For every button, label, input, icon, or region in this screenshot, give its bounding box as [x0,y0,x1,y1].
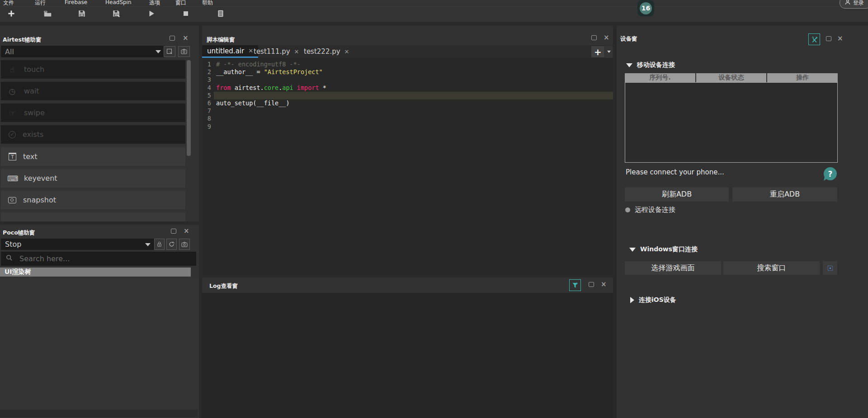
refresh-icon [168,241,175,248]
log-content-area[interactable] [202,293,613,418]
airtest-item-wait: ◷wait [1,82,185,100]
poco-float-icon[interactable] [171,229,176,234]
ui-tree-area[interactable] [0,277,199,409]
code-editor[interactable]: 1# -*- encoding=utf8 -*-2__author__ = "A… [202,58,613,275]
save-as-button[interactable] [110,9,122,20]
tools-icon [811,36,818,43]
code-line-8: 8 [202,115,613,122]
chevron-down-icon [607,51,611,53]
save-button[interactable] [76,9,88,20]
refresh-adb-button[interactable]: 刷新ADB [625,188,729,202]
insert-screenshot-button[interactable] [164,46,175,57]
view-log-button[interactable] [215,9,226,20]
line-number: 9 [202,123,211,131]
airtest-panel: Airtest辅助窗 × All ☝touch◷wait☞swipe✓exist… [0,26,199,221]
ios-connect-section-header[interactable]: 连接iOS设备 [630,296,676,304]
wait-icon: ◷ [7,87,17,96]
poco-close-icon[interactable]: × [184,228,189,234]
code-token: from [216,84,231,91]
tab-test111.py[interactable]: test111.py✕ [249,45,304,58]
poco-search-input[interactable] [19,254,170,263]
windows-connect-section-header[interactable]: Windows窗口连接 [629,245,698,254]
menu-item-2[interactable]: 运行 [35,0,46,6]
help-button[interactable]: ? [824,167,837,180]
airtest-item-label: snapshot [23,196,56,204]
new-script-button[interactable] [5,9,17,20]
poco-search-box [1,252,196,266]
poco-mode-dropdown[interactable]: Stop [1,239,155,250]
poco-mode-value: Stop [5,240,21,249]
poco-lock-button[interactable] [154,239,165,250]
remote-section-label: 远程设备连接 [635,206,675,214]
airtest-filter-dropdown[interactable]: All [1,46,165,57]
code-line-4: 4from airtest.core.api import * [202,84,613,92]
new-tab-dropdown[interactable] [605,46,613,58]
menu-item-5[interactable]: 选项 [149,0,160,6]
airtest-scrollbar-thumb[interactable] [187,60,191,156]
airtest-item-text[interactable]: Ttext [1,147,185,166]
poco-record-button[interactable] [179,239,190,250]
airtest-item-label: wait [24,87,39,95]
menu-item-7[interactable]: 帮助 [202,0,213,6]
select-region-button[interactable] [823,261,837,275]
open-script-icon [43,9,52,20]
ios-section-label: 连接iOS设备 [639,296,676,304]
editor-close-icon[interactable]: × [604,34,609,41]
airtest-float-icon[interactable] [170,36,175,41]
log-float-icon[interactable] [589,282,594,287]
tab-close-icon[interactable]: ✕ [294,48,299,55]
poco-refresh-button[interactable] [166,239,177,250]
device-float-icon[interactable] [826,36,831,41]
lock-icon [156,241,163,248]
airtest-item-partial [1,212,185,221]
airtest-close-icon[interactable]: × [183,35,189,41]
device-tools-button[interactable] [808,33,820,45]
menu-item-3[interactable]: Firebase [65,0,87,5]
code-token: core [264,84,279,91]
new-tab-button[interactable]: + [591,46,605,58]
login-button[interactable]: 登录 [840,0,868,9]
airtest-item-label: swipe [24,108,45,117]
device-close-icon[interactable]: × [837,35,843,42]
select-game-button[interactable]: 选择游戏画面 [625,261,721,275]
menu-item-4[interactable]: HeadSpin [105,0,132,5]
tab-close-icon[interactable]: ✕ [344,48,349,55]
login-label: 登录 [853,0,864,7]
notification-badge[interactable]: 16 [637,0,654,16]
restart-adb-button[interactable]: 重启ADB [732,188,837,202]
remote-device-section-header[interactable]: 远程设备连接 [625,206,675,214]
code-token: __author__ = [216,68,264,75]
menu-item-6[interactable]: 窗口 [175,0,186,6]
funnel-icon [571,282,579,289]
device-table-column-2: 设备状态 [696,73,767,82]
code-line-5: 5 [202,92,613,99]
log-close-icon[interactable]: × [601,281,607,287]
ui-tree-header: UI渲染树 [0,268,191,277]
run-script-button[interactable] [146,9,157,20]
tab-test222.py[interactable]: test222.py✕ [299,45,354,58]
code-token: "AirtestProject" [264,68,323,75]
editor-float-icon[interactable] [591,35,597,40]
code-line-9: 9 [202,123,613,131]
airtest-item-keyevent[interactable]: ⌨keyevent [1,169,185,188]
line-number: 1 [202,61,211,68]
poco-panel-title: Poco辅助窗 [3,229,35,237]
log-panel-title: Log查看窗 [209,282,238,290]
keyevent-icon: ⌨ [7,174,17,183]
windows-section-label: Windows窗口连接 [640,245,698,254]
search-window-button[interactable]: 搜索窗口 [723,261,820,275]
device-table-column-1: 序列号. [625,73,695,82]
menu-item-1[interactable]: 文件 [3,0,14,6]
airtest-item-snapshot[interactable]: snapshot [1,191,185,209]
open-script-button[interactable] [42,9,53,20]
stop-script-button[interactable] [180,9,192,20]
new-script-icon [7,9,15,19]
record-screen-button[interactable] [178,46,190,57]
editor-panel-title: 脚本编辑窗 [207,36,235,44]
snapshot-icon [8,197,16,203]
camera-icon [181,241,188,248]
poco-hscrollbar[interactable] [0,410,198,417]
log-filter-button[interactable] [569,279,581,291]
mobile-device-section-header[interactable]: 移动设备连接 [626,61,675,69]
device-table-column-3: 操作 [767,73,838,82]
